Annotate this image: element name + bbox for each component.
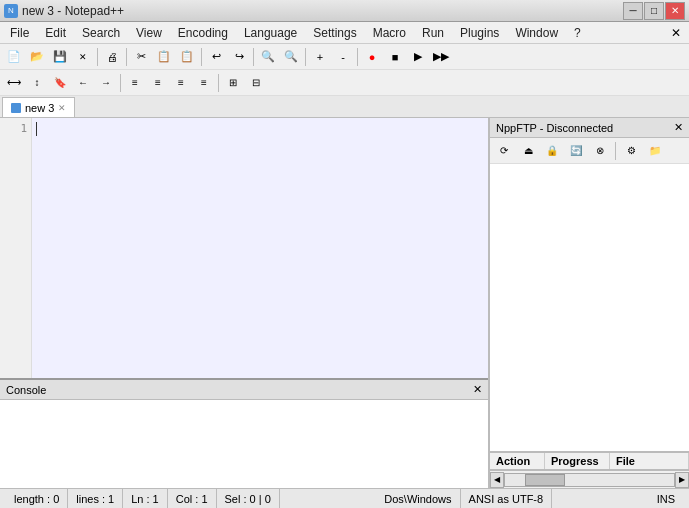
tb2-3[interactable]: 🔖 [49,72,71,94]
tb-open[interactable]: 📂 [26,46,48,68]
tb-macro-run[interactable]: ▶▶ [430,46,452,68]
tab-icon [11,103,21,113]
toolbar-sep-4 [253,48,254,66]
tb-paste[interactable]: 📋 [176,46,198,68]
toolbar2-sep-2 [218,74,219,92]
tb2-2[interactable]: ↕ [26,72,48,94]
editor-container: 1 Console ✕ [0,118,489,488]
tb2-8[interactable]: ≡ [170,72,192,94]
ftp-col-action[interactable]: Action [490,453,545,469]
toolbar-row-1: 📄 📂 💾 ✕ 🖨 ✂ 📋 📋 ↩ ↪ 🔍 🔍 + - ● ■ ▶ ▶▶ [0,44,689,70]
tb-save[interactable]: 💾 [49,46,71,68]
status-col: Col : 1 [168,489,217,508]
title-left: N new 3 - Notepad++ [4,4,124,18]
ftp-disconnect-btn[interactable]: ⏏ [517,140,539,162]
scroll-track[interactable] [504,473,675,487]
menu-file[interactable]: File [2,22,37,43]
toolbar-sep-3 [201,48,202,66]
ftp-settings-btn[interactable]: ⚙ [620,140,642,162]
ftp-header: NppFTP - Disconnected ✕ [490,118,689,138]
tb-copy[interactable]: 📋 [153,46,175,68]
scroll-thumb[interactable] [525,474,565,486]
tab-new3[interactable]: new 3 ✕ [2,97,75,117]
ftp-scrollbar[interactable]: ◀ ▶ [490,470,689,488]
menu-close-button[interactable]: ✕ [665,24,687,42]
close-button[interactable]: ✕ [665,2,685,20]
tb2-5[interactable]: → [95,72,117,94]
tb2-6[interactable]: ≡ [124,72,146,94]
tb2-7[interactable]: ≡ [147,72,169,94]
tb2-10[interactable]: ⊞ [222,72,244,94]
status-encoding: ANSI as UTF-8 [461,489,553,508]
toolbar-sep-1 [97,48,98,66]
menu-settings[interactable]: Settings [305,22,364,43]
menu-macro[interactable]: Macro [365,22,414,43]
ftp-file-list[interactable] [490,164,689,452]
tb-undo[interactable]: ↩ [205,46,227,68]
scroll-right-arrow[interactable]: ▶ [675,472,689,488]
console-area: Console ✕ [0,378,488,488]
ftp-lock-btn[interactable]: 🔒 [541,140,563,162]
tb-macro-play[interactable]: ▶ [407,46,429,68]
tab-close-button[interactable]: ✕ [58,103,66,113]
toolbar2-sep-1 [120,74,121,92]
ftp-sep-1 [615,142,616,160]
tb-print[interactable]: 🖨 [101,46,123,68]
ftp-panel: NppFTP - Disconnected ✕ ⟳ ⏏ 🔒 🔄 ⊗ ⚙ 📁 Ac… [489,118,689,488]
menu-plugins[interactable]: Plugins [452,22,507,43]
status-sel: Sel : 0 | 0 [217,489,280,508]
scroll-left-arrow[interactable]: ◀ [490,472,504,488]
tb-redo[interactable]: ↪ [228,46,250,68]
toolbar-sep-6 [357,48,358,66]
console-content[interactable] [0,400,488,488]
maximize-button[interactable]: □ [644,2,664,20]
tb2-1[interactable]: ⟷ [3,72,25,94]
tb-zoom-in[interactable]: + [309,46,331,68]
editor-content[interactable] [32,118,488,378]
minimize-button[interactable]: ─ [623,2,643,20]
menu-encoding[interactable]: Encoding [170,22,236,43]
menu-edit[interactable]: Edit [37,22,74,43]
menu-run[interactable]: Run [414,22,452,43]
tb-find[interactable]: 🔍 [257,46,279,68]
editor-area[interactable]: 1 [0,118,488,378]
ftp-col-file[interactable]: File [610,453,689,469]
status-ln: Ln : 1 [123,489,168,508]
toolbar-sep-5 [305,48,306,66]
menu-help[interactable]: ? [566,22,589,43]
ftp-toolbar: ⟳ ⏏ 🔒 🔄 ⊗ ⚙ 📁 [490,138,689,164]
tb-cut[interactable]: ✂ [130,46,152,68]
ftp-close-button[interactable]: ✕ [674,121,683,134]
menu-search[interactable]: Search [74,22,128,43]
tb-new[interactable]: 📄 [3,46,25,68]
app-icon: N [4,4,18,18]
menu-view[interactable]: View [128,22,170,43]
title-controls[interactable]: ─ □ ✕ [623,2,685,20]
tb2-11[interactable]: ⊟ [245,72,267,94]
ftp-col-progress[interactable]: Progress [545,453,610,469]
ftp-abort-btn[interactable]: ⊗ [589,140,611,162]
ftp-title: NppFTP - Disconnected [496,122,613,134]
ftp-refresh-btn[interactable]: 🔄 [565,140,587,162]
console-header: Console ✕ [0,380,488,400]
cursor [36,122,37,136]
tb-close[interactable]: ✕ [72,46,94,68]
ftp-folder-btn[interactable]: 📁 [644,140,666,162]
tb-macro-rec[interactable]: ● [361,46,383,68]
console-close-button[interactable]: ✕ [473,383,482,396]
menu-bar: File Edit Search View Encoding Language … [0,22,689,44]
menu-language[interactable]: Language [236,22,305,43]
status-lines: lines : 1 [68,489,123,508]
status-dos-windows: Dos\Windows [376,489,460,508]
tb-find-next[interactable]: 🔍 [280,46,302,68]
line-numbers: 1 [0,118,32,378]
status-bar: length : 0 lines : 1 Ln : 1 Col : 1 Sel … [0,488,689,508]
ftp-connect-btn[interactable]: ⟳ [493,140,515,162]
main-area: 1 Console ✕ NppFTP - Disconnected ✕ ⟳ ⏏ … [0,118,689,488]
menu-window[interactable]: Window [507,22,566,43]
toolbar-sep-2 [126,48,127,66]
tb-macro-stop[interactable]: ■ [384,46,406,68]
tb2-4[interactable]: ← [72,72,94,94]
tb2-9[interactable]: ≡ [193,72,215,94]
tb-zoom-out[interactable]: - [332,46,354,68]
